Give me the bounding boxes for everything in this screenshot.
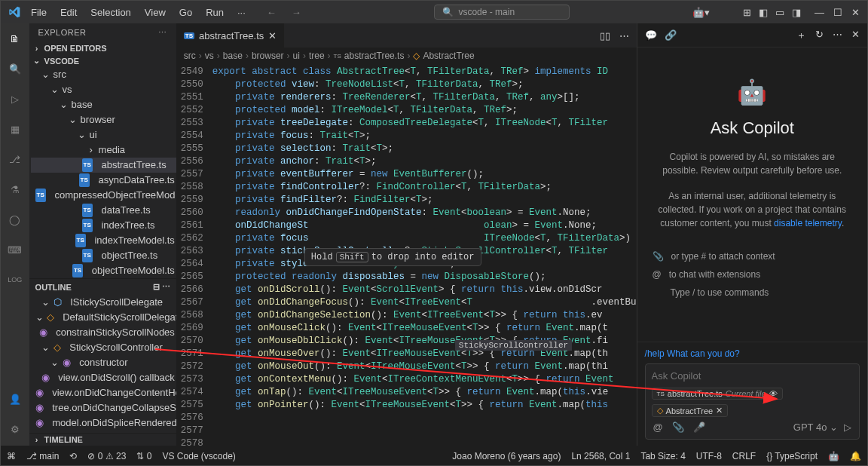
status-sync-icon[interactable]: ⟲ — [69, 451, 77, 461]
file-abstractTree[interactable]: TS abstractTree.ts — [31, 158, 176, 173]
folder-vs[interactable]: ⌄vs — [31, 82, 176, 97]
menu-file[interactable]: File — [25, 4, 53, 21]
copilot-model[interactable]: GPT 4o ⌄ — [793, 422, 838, 433]
chip-remove-icon[interactable]: ✕ — [716, 406, 723, 415]
outline-cb-collapse[interactable]: ◉ tree.onDidChangeCollapseSta… — [31, 400, 176, 415]
file-dataTree[interactable]: TS dataTree.ts — [31, 203, 176, 218]
copilot-help-link[interactable]: /help What can you do? — [645, 348, 860, 359]
file-objectTree[interactable]: TS objectTree.ts — [31, 248, 176, 263]
status-remote-icon[interactable]: ⌘ — [7, 451, 16, 461]
status-workspace[interactable]: VS Code (vscode) — [162, 451, 235, 461]
status-eol[interactable]: CRLF — [732, 451, 756, 461]
activity-remote-icon[interactable]: ⌨ — [5, 239, 26, 260]
breadcrumb[interactable]: src› vs› base› browser› ui› tree› TS abs… — [176, 48, 637, 64]
tab-abstractTree[interactable]: TS abstractTree.ts ✕ — [176, 23, 285, 48]
status-lang[interactable]: {} TypeScript — [766, 451, 818, 461]
outline-interface[interactable]: ⌄⬡ IStickyScrollDelegate — [31, 295, 176, 310]
outline-cb-splice[interactable]: ◉ model.onDidSpliceRenderedN… — [31, 415, 176, 431]
copilot-send-icon[interactable]: ▷ — [844, 422, 851, 433]
activity-log-icon[interactable]: LOG — [5, 269, 26, 290]
menu-run[interactable]: Run — [200, 4, 230, 21]
layout-icon-2[interactable]: ◧ — [759, 7, 768, 18]
copilot-attach-icon[interactable]: 📎 — [672, 422, 684, 433]
status-tabsize[interactable]: Tab Size: 4 — [640, 451, 685, 461]
menu-edit[interactable]: Edit — [54, 4, 83, 21]
explorer-more-icon[interactable]: ⋯ — [158, 28, 167, 38]
activity-settings-icon[interactable]: ⚙ — [5, 418, 26, 440]
status-lncol[interactable]: Ln 2568, Col 1 — [571, 451, 630, 461]
layout-icon-3[interactable]: ▭ — [775, 7, 784, 18]
copilot-input[interactable] — [652, 370, 853, 382]
folder-media[interactable]: ›media — [31, 143, 176, 158]
activity-github-icon[interactable]: ◯ — [5, 209, 26, 230]
activity-search-icon[interactable]: 🔍 — [5, 58, 26, 79]
folder-base[interactable]: ⌄base — [31, 97, 176, 112]
nav-forward-icon[interactable]: → — [292, 7, 301, 18]
status-branch[interactable]: ⎇ main — [26, 451, 59, 461]
menu-go[interactable]: Go — [173, 4, 198, 21]
workspace-root[interactable]: ⌄VSCODE — [29, 54, 176, 67]
copilot-close-icon[interactable]: ✕ — [851, 29, 860, 42]
layout-icon-1[interactable]: ⊞ — [743, 7, 751, 18]
layout-icon-4[interactable]: ◨ — [792, 7, 801, 18]
context-chip-symbol[interactable]: ◇AbstractTree ✕ — [652, 404, 729, 417]
folder-src[interactable]: ⌄src — [31, 67, 176, 82]
context-chip-file[interactable]: TSabstractTree.ts Current file 👁 — [652, 388, 783, 400]
file-objectTreeModel[interactable]: TS objectTreeModel.ts — [31, 263, 176, 278]
editor-more-icon[interactable]: ⋯ — [619, 30, 629, 41]
outline-method-constrain[interactable]: ◉ constrainStickyScrollNodes — [31, 325, 176, 340]
explorer-title: EXPLORER — [38, 28, 87, 38]
outline-cb-scroll[interactable]: ◉ view.onDidScroll() callback — [31, 370, 176, 385]
command-center[interactable]: 🔍 vscode - main — [434, 5, 570, 20]
status-copilot-icon[interactable]: 🤖 — [828, 451, 839, 461]
window-close-icon[interactable]: ✕ — [851, 7, 860, 18]
copilot-new-icon[interactable]: ＋ — [796, 29, 806, 42]
activity-run-icon[interactable]: ▷ — [5, 88, 26, 109]
menu-view[interactable]: View — [139, 4, 172, 21]
split-editor-icon[interactable]: ▯▯ — [600, 30, 610, 41]
nav-back-icon[interactable]: ← — [267, 7, 277, 18]
copilot-input-box[interactable]: TSabstractTree.ts Current file 👁 ◇Abstra… — [645, 363, 860, 440]
status-bar: ⌘ ⎇ main ⟲ ⊘ 0 ⚠ 23 ⇅ 0 VS Code (vscode)… — [1, 447, 867, 465]
folder-browser[interactable]: ⌄browser — [31, 112, 176, 127]
copilot-history-icon[interactable]: ↻ — [815, 29, 824, 42]
file-indexTree[interactable]: TS indexTree.ts — [31, 218, 176, 233]
copilot-mic-icon[interactable]: 🎤 — [693, 422, 705, 433]
file-indexTreeModel[interactable]: TS indexTreeModel.ts — [31, 233, 176, 248]
status-encoding[interactable]: UTF-8 — [696, 451, 722, 461]
outline-class-default[interactable]: ⌄◇ DefaultStickyScrollDelegate — [31, 310, 176, 325]
file-compressed[interactable]: TS compressedObjectTreeMod… — [31, 188, 176, 203]
activity-explorer-icon[interactable]: 🗎 — [5, 28, 26, 49]
tab-close-icon[interactable]: ✕ — [268, 30, 277, 41]
window-maximize-icon[interactable]: ☐ — [833, 7, 842, 18]
outline-collapse-icon[interactable]: ⊟ — [153, 282, 160, 291]
status-bell-icon[interactable]: 🔔 — [850, 451, 861, 461]
activity-scm-icon[interactable]: ⎇ — [5, 149, 26, 170]
outline-cb-content[interactable]: ◉ view.onDidChangeContentHei… — [31, 385, 176, 400]
status-port[interactable]: ⇅ 0 — [136, 451, 151, 461]
menu-more[interactable]: ··· — [231, 4, 252, 21]
code-editor[interactable]: 2549 2550 2551 2552 2553 2554 2555 2556 … — [176, 64, 637, 446]
status-blame[interactable]: Joao Moreno (6 years ago) — [452, 451, 561, 461]
chip-eye-icon[interactable]: 👁 — [769, 389, 778, 398]
copilot-link-icon[interactable]: 🔗 — [665, 29, 677, 41]
copilot-title-icon[interactable]: 🤖▾ — [692, 7, 710, 18]
outline-title[interactable]: OUTLINE — [35, 283, 72, 292]
menu-selection[interactable]: Selection — [84, 4, 136, 21]
open-editors-section[interactable]: ›OPEN EDITORS — [29, 42, 176, 54]
outline-constructor[interactable]: ⌄◉ constructor — [31, 355, 176, 370]
copilot-at-icon[interactable]: @ — [653, 422, 663, 433]
activity-account-icon[interactable]: 👤 — [5, 388, 26, 409]
activity-extensions-icon[interactable]: ▦ — [5, 118, 26, 139]
outline-class-sticky[interactable]: ⌄◇ StickyScrollController — [31, 340, 176, 355]
status-errors[interactable]: ⊘ 0 ⚠ 23 — [87, 451, 126, 461]
window-minimize-icon[interactable]: — — [815, 7, 824, 18]
outline-more-icon[interactable]: ⋯ — [162, 282, 170, 291]
copilot-chat-icon[interactable]: 💬 — [645, 29, 657, 41]
folder-ui[interactable]: ⌄ui — [31, 127, 176, 143]
file-asyncDataTree[interactable]: TS asyncDataTree.ts — [31, 173, 176, 188]
activity-test-icon[interactable]: ⚗ — [5, 179, 26, 200]
disable-telemetry-link[interactable]: disable telemetry — [774, 218, 842, 228]
copilot-more-icon[interactable]: ⋯ — [833, 29, 842, 42]
timeline-section[interactable]: ›TIMELINE — [29, 433, 176, 446]
